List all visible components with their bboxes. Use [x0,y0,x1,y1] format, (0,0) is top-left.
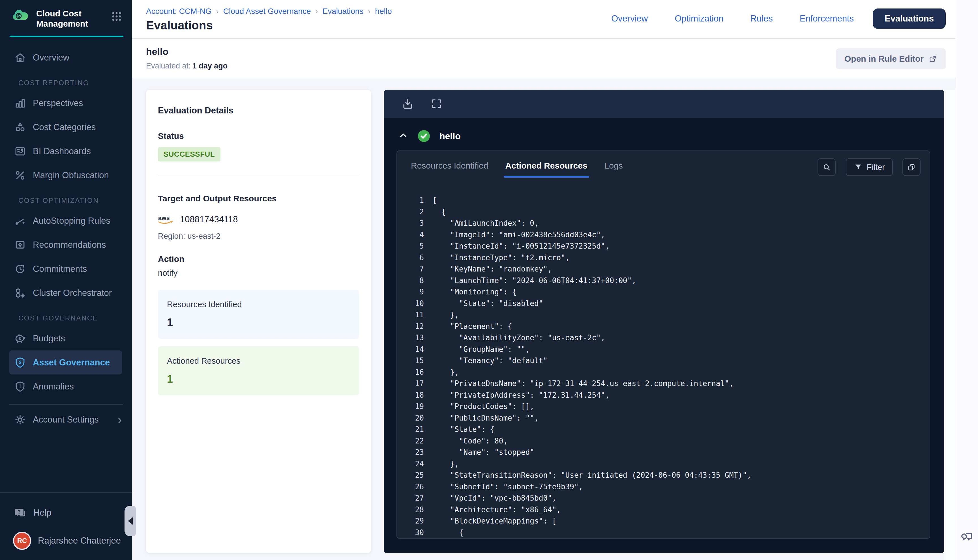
code-line: 11 }, [409,309,930,321]
sidebar-item-label: Cost Categories [33,122,96,132]
evaluation-run-row[interactable]: hello [396,125,930,143]
stat-value: 1 [167,373,350,385]
line-text: [ [432,195,437,206]
line-text: "PublicDnsName": "", [432,412,539,424]
line-number: 27 [409,492,424,504]
line-number: 12 [409,321,424,332]
autostopping-rules-icon [13,214,27,227]
line-number: 5 [409,240,424,252]
line-text: "Architecture": "x86_64", [432,504,561,516]
sidebar-item-autostopping-rules[interactable]: AutoStopping Rules [0,209,132,233]
sidebar-item-overview[interactable]: Overview [0,45,132,70]
open-in-rule-editor-button[interactable]: Open in Rule Editor [836,48,946,69]
code-line: 14 "GroupName": "", [409,343,930,355]
content-area: Evaluation Details Status SUCCESSFUL Tar… [132,78,956,560]
help-button[interactable]: ? Help [0,493,132,519]
collapse-left-triangle-icon [128,517,133,525]
topnav-rules[interactable]: Rules [750,13,773,24]
aws-logo-text: aws [158,215,170,222]
line-number: 10 [409,298,424,309]
topnav-evaluations[interactable]: Evaluations [873,8,946,29]
search-button[interactable] [818,158,836,176]
target-account-id: 108817434118 [180,214,238,225]
tab-resources-identified[interactable]: Resources Identified [409,161,490,178]
sidebar-collapse-handle[interactable] [125,506,136,536]
code-line: 24 }, [409,458,930,470]
details-heading: Evaluation Details [158,105,359,116]
success-check-icon [417,130,431,143]
line-text: }, [432,458,459,470]
code-line: 7 "KeyName": "randomkey", [409,263,930,275]
target-region: Region: us-east-2 [158,232,359,241]
sidebar-item-perspectives[interactable]: Perspectives [0,91,132,115]
line-number: 15 [409,355,424,367]
line-text: "AvailabilityZone": "us-east-2c", [432,332,605,343]
chevron-up-icon[interactable] [398,130,408,142]
code-line: 16 }, [409,367,930,378]
download-icon[interactable] [402,98,414,110]
breadcrumb-link[interactable]: Cloud Asset Governance [223,7,311,16]
code-line: 22 "Code": 80, [409,435,930,447]
line-number: 11 [409,309,424,321]
copy-icon [907,163,916,172]
code-line: 25 "StateTransitionReason": "User initia… [409,470,930,481]
sidebar-item-margin-obfuscation[interactable]: Margin Obfuscation [0,163,132,187]
target-resources-heading: Target and Output Resources [158,194,359,203]
module-grid-icon[interactable] [111,11,122,23]
sidebar-item-asset-governance[interactable]: $Asset Governance [9,350,122,375]
feedback-chat-icon[interactable] [960,530,974,544]
sidebar-item-account-settings[interactable]: Account Settings › [0,408,132,432]
sidebar-item-cluster-orchestrator[interactable]: Cluster Orchestrator [0,281,132,305]
breadcrumb-link[interactable]: Account: CCM-NG [146,7,212,16]
sidebar-item-label: Recommendations [33,240,106,250]
line-text: "GroupName": "", [432,343,530,355]
help-label: Help [33,508,52,518]
svg-text:?: ? [18,509,21,515]
sidebar-item-budgets[interactable]: $Budgets [0,327,132,350]
copy-button[interactable] [903,158,921,176]
home-icon [13,51,27,64]
topnav-enforcements[interactable]: Enforcements [800,13,854,24]
open-in-rule-editor-label: Open in Rule Editor [844,54,924,63]
line-number: 24 [409,458,424,470]
line-text: "Tenancy": "default" [432,355,547,367]
code-line: 20 "PublicDnsName": "", [409,412,930,424]
evaluation-subheader: hello Evaluated at:1 day ago Open in Rul… [132,39,956,78]
sidebar-item-bi-dashboards[interactable]: BI Dashboards [0,139,132,163]
user-menu[interactable]: RC Rajarshee Chatterjee [0,519,132,560]
code-line: 8 "LaunchTime": "2024-06-06T04:41:37+00:… [409,275,930,287]
code-viewer[interactable]: 1[2 {3 "AmiLaunchIndex": 0,4 "ImageId": … [409,195,930,538]
tab-actioned-resources[interactable]: Actioned Resources [504,161,589,178]
line-text: "Name": "stopped" [432,447,534,458]
page-header: Account: CCM-NG›Cloud Asset Governance›E… [132,0,956,39]
sidebar-item-recommendations[interactable]: Recommendations [0,233,132,257]
account-settings-label: Account Settings [33,415,99,425]
tab-logs[interactable]: Logs [603,161,624,178]
topnav-optimization[interactable]: Optimization [675,13,723,24]
breadcrumb-link[interactable]: hello [375,7,392,16]
line-number: 1 [409,195,424,206]
fullscreen-icon[interactable] [431,98,443,110]
line-text: "Placement": { [432,321,512,332]
cluster-orchestrator-icon [13,287,27,300]
asset-governance-icon: $ [13,356,27,369]
sidebar-section-label: COST GOVERNANCE [0,310,132,327]
sidebar-item-label: Cluster Orchestrator [33,288,112,298]
topnav-overview[interactable]: Overview [611,13,648,24]
line-text: }, [432,309,459,321]
evaluation-name: hello [146,46,227,57]
sidebar-item-commitments[interactable]: Commitments [0,257,132,281]
sidebar-item-cost-categories[interactable]: Cost Categories [0,115,132,139]
stat-box-resources-identified: Resources Identified1 [158,290,359,339]
breadcrumb-link[interactable]: Evaluations [323,7,364,16]
content-scrollbar[interactable] [944,90,956,560]
code-line: 3 "AmiLaunchIndex": 0, [409,217,930,229]
evaluation-summary: hello Evaluated at:1 day ago [146,46,227,70]
filter-button[interactable]: Filter [846,158,893,176]
line-text: "InstanceType": "t2.micro", [432,252,570,263]
sidebar-item-anomalies[interactable]: !Anomalies [0,375,132,398]
line-number: 26 [409,481,424,493]
code-line: 1[ [409,195,930,206]
region-value: us-east-2 [187,232,220,240]
stat-label: Resources Identified [167,300,350,309]
